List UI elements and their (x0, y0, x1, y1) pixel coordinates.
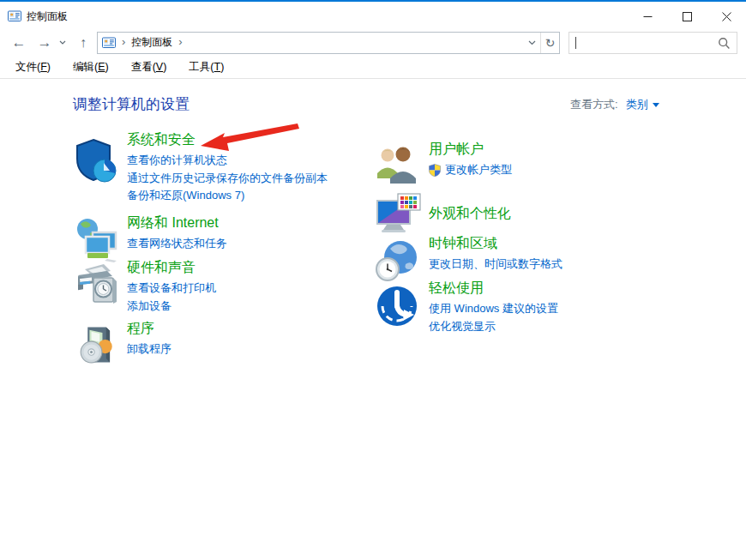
category-user-accounts: 用户帐户 更改帐户类型 (375, 140, 512, 189)
category-hardware-sound: 硬件和声音 查看设备和打印机 添加设备 (73, 258, 216, 315)
text-caret (575, 37, 576, 49)
uac-shield-icon (429, 164, 441, 177)
breadcrumb-control-panel[interactable]: 控制面板 (131, 35, 172, 50)
minimize-button[interactable] (628, 3, 667, 29)
control-panel-window: 控制面板 ← → ↑ › 控制面板 › (0, 0, 746, 560)
window-title: 控制面板 (27, 9, 68, 24)
chevron-down-icon (59, 40, 66, 45)
menu-bar: 文件(F) 编辑(E) 查看(V) 工具(T) (0, 56, 746, 79)
category-ease-of-access: 轻松使用 使用 Windows 建议的设置 优化视觉显示 (375, 279, 558, 335)
task-link[interactable]: 使用 Windows 建议的设置 (429, 300, 558, 318)
task-link[interactable]: 通过文件历史记录保存你的文件备份副本 (127, 170, 328, 188)
category-title[interactable]: 外观和个性化 (429, 204, 511, 223)
refresh-icon: ↻ (545, 36, 556, 50)
menu-edit[interactable]: 编辑(E) (66, 57, 116, 78)
category-title[interactable]: 轻松使用 (429, 279, 558, 298)
view-by-value[interactable]: 类别 (626, 97, 648, 112)
maximize-button[interactable] (667, 3, 707, 29)
task-link[interactable]: 优化视觉显示 (429, 318, 558, 336)
maximize-icon (683, 12, 692, 21)
close-button[interactable] (707, 3, 746, 29)
back-arrow-icon[interactable]: ← (9, 35, 29, 50)
chevron-down-icon (528, 40, 536, 45)
network-internet-icon (73, 216, 121, 264)
programs-icon (73, 322, 121, 370)
task-link[interactable]: 添加设备 (127, 298, 216, 316)
menu-tools[interactable]: 工具(T) (182, 57, 231, 78)
category-title[interactable]: 程序 (127, 319, 171, 338)
category-programs: 程序 卸载程序 (73, 319, 171, 373)
task-link[interactable]: 备份和还原(Windows 7) (127, 187, 328, 205)
minimize-icon (643, 12, 653, 21)
task-link[interactable]: 查看你的计算机状态 (127, 152, 328, 170)
ease-of-access-icon (375, 284, 419, 328)
personalization-icon (375, 192, 423, 235)
breadcrumb-separator: › (122, 35, 125, 48)
menu-file[interactable]: 文件(F) (9, 57, 57, 78)
category-clock-region: 时钟和区域 更改日期、时间或数字格式 (375, 234, 563, 285)
hardware-sound-icon (73, 261, 121, 309)
category-personalization: 外观和个性化 (375, 192, 511, 238)
clock-region-icon (375, 238, 419, 281)
content-area: 调整计算机的设置 查看方式: 类别 系统和安全 查看你的计算机状态 通过文件历史… (0, 79, 746, 560)
task-link[interactable]: 更改日期、时间或数字格式 (429, 256, 563, 274)
system-security-icon (73, 137, 121, 185)
task-link-with-shield[interactable]: 更改帐户类型 (429, 161, 512, 179)
address-dropdown-button[interactable] (523, 33, 540, 53)
category-title[interactable]: 硬件和声音 (127, 258, 216, 277)
category-system-security: 系统和安全 查看你的计算机状态 通过文件历史记录保存你的文件备份副本 备份和还原… (73, 130, 328, 205)
search-input[interactable] (569, 32, 737, 54)
chevron-down-icon[interactable] (653, 103, 659, 107)
task-link[interactable]: 查看设备和打印机 (127, 280, 216, 298)
page-title: 调整计算机的设置 (73, 94, 190, 114)
address-bar[interactable]: › 控制面板 › ↻ (97, 32, 560, 54)
control-panel-icon (8, 9, 21, 23)
category-title[interactable]: 时钟和区域 (429, 234, 563, 253)
control-panel-icon (102, 36, 116, 50)
navigation-bar: ← → ↑ › 控制面板 › ↻ (0, 29, 746, 56)
task-link[interactable]: 查看网络状态和任务 (127, 235, 227, 253)
title-bar: 控制面板 (0, 3, 746, 29)
menu-view[interactable]: 查看(V) (124, 57, 174, 78)
recent-pages-button[interactable] (57, 40, 69, 45)
category-title[interactable]: 用户帐户 (429, 140, 512, 159)
category-title[interactable]: 网络和 Internet (127, 214, 227, 232)
category-title[interactable]: 系统和安全 (127, 130, 328, 149)
close-icon (722, 12, 731, 21)
task-link[interactable]: 卸载程序 (127, 340, 171, 358)
up-arrow-icon[interactable]: ↑ (74, 36, 93, 50)
search-icon (718, 37, 731, 50)
forward-arrow-icon[interactable]: → (34, 35, 55, 50)
refresh-button[interactable]: ↻ (540, 33, 559, 53)
user-accounts-icon (375, 144, 419, 185)
breadcrumb-separator[interactable]: › (178, 35, 182, 48)
view-by-label: 查看方式: (570, 97, 618, 112)
